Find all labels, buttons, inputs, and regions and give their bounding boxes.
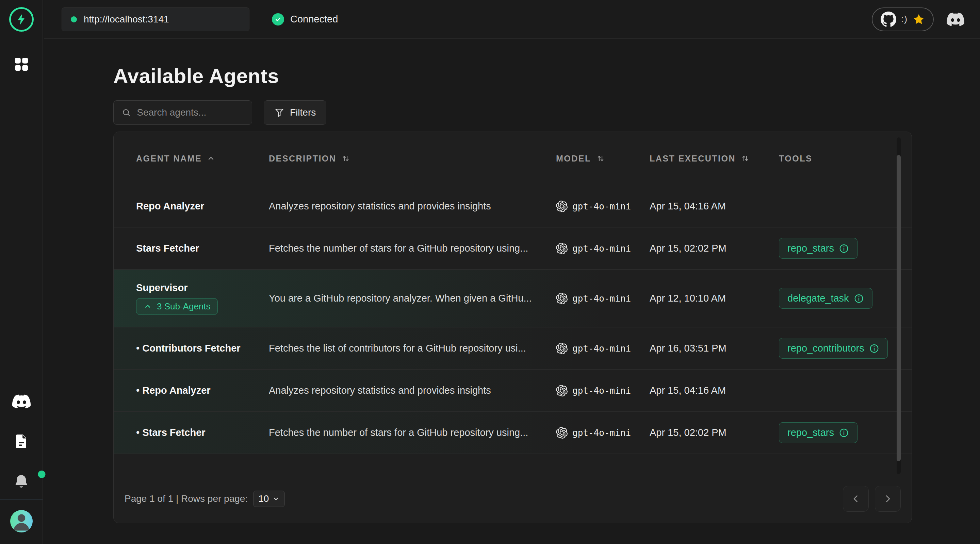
sidebar-item-notifications[interactable] xyxy=(0,473,43,490)
chevron-down-icon xyxy=(272,495,280,503)
agent-name: Contributors Fetcher xyxy=(136,343,269,354)
chevron-right-icon xyxy=(882,493,894,504)
sort-updown-icon xyxy=(740,154,750,163)
table-scrollbar-thumb[interactable] xyxy=(897,155,901,461)
agent-model: gpt-4o-mini xyxy=(556,385,649,397)
tool-badge[interactable]: delegate_task xyxy=(779,288,872,309)
table-body-spacer xyxy=(114,454,912,474)
info-icon[interactable] xyxy=(869,343,879,354)
server-status-dot xyxy=(71,16,77,22)
star-icon xyxy=(913,13,925,25)
grid-icon xyxy=(12,55,30,73)
agent-model: gpt-4o-mini xyxy=(556,343,649,354)
sidebar xyxy=(0,0,43,544)
connection-status-label: Connected xyxy=(290,14,338,25)
funnel-icon xyxy=(274,108,285,117)
sidebar-item-dashboard[interactable] xyxy=(12,55,30,73)
tools-cell: delegate_task xyxy=(779,288,912,309)
column-header-model[interactable]: MODEL xyxy=(556,154,649,163)
agent-description: Analyzes repository statistics and provi… xyxy=(269,385,556,396)
filters-label: Filters xyxy=(290,107,316,118)
info-icon[interactable] xyxy=(839,243,849,254)
info-icon[interactable] xyxy=(839,428,849,438)
rows-per-page-select[interactable]: 10 xyxy=(253,491,285,507)
prev-page-button[interactable] xyxy=(843,486,869,512)
tool-badge[interactable]: repo_stars xyxy=(779,422,858,443)
openai-icon xyxy=(556,427,568,439)
github-icon xyxy=(881,11,896,27)
table-row[interactable]: Repo Analyzer Analyzes repository statis… xyxy=(114,185,912,227)
column-header-description[interactable]: DESCRIPTION xyxy=(269,154,556,163)
openai-icon xyxy=(556,385,568,397)
sub-agents-toggle[interactable]: 3 Sub-Agents xyxy=(136,298,218,315)
column-header-last-execution[interactable]: LAST EXECUTION xyxy=(649,154,779,163)
sidebar-divider xyxy=(0,499,43,500)
tools-cell: repo_stars xyxy=(779,422,912,443)
main-content: Available Agents Filters AGENT NAME DESC… xyxy=(44,40,980,544)
table-header: AGENT NAME DESCRIPTION MODEL LAST EXECUT… xyxy=(114,132,912,185)
tools-cell: repo_contributors xyxy=(779,338,912,359)
app-logo[interactable] xyxy=(9,7,34,32)
last-execution: Apr 15, 04:16 AM xyxy=(649,201,779,212)
server-url: http://localhost:3141 xyxy=(84,14,169,25)
connection-status: Connected xyxy=(272,13,338,25)
last-execution: Apr 15, 02:02 PM xyxy=(649,427,779,438)
table-row-subagent[interactable]: Contributors Fetcher Fetches the list of… xyxy=(114,327,912,369)
sub-agents-label: 3 Sub-Agents xyxy=(157,301,211,312)
document-icon xyxy=(13,433,30,449)
sort-updown-icon xyxy=(341,154,350,163)
search-box xyxy=(113,100,252,125)
topbar: http://localhost:3141 Connected :) xyxy=(44,0,980,39)
chevron-left-icon xyxy=(850,493,862,504)
check-icon xyxy=(272,13,284,25)
agent-model: gpt-4o-mini xyxy=(556,243,649,254)
last-execution: Apr 15, 04:16 AM xyxy=(649,385,779,396)
tools-cell: repo_stars xyxy=(779,238,912,259)
agent-model: gpt-4o-mini xyxy=(556,293,649,304)
agent-name: Supervisor xyxy=(136,282,188,293)
sort-asc-icon xyxy=(207,154,215,163)
sort-updown-icon xyxy=(596,154,605,163)
openai-icon xyxy=(556,201,568,212)
info-icon[interactable] xyxy=(854,293,864,304)
last-execution: Apr 15, 02:02 PM xyxy=(649,243,779,254)
avatar-image xyxy=(10,510,33,533)
last-execution: Apr 12, 10:10 AM xyxy=(649,293,779,304)
filters-button[interactable]: Filters xyxy=(264,100,326,125)
discord-icon xyxy=(12,394,30,409)
github-badge-text: :) xyxy=(901,14,908,24)
agent-description: You are a GitHub repository analyzer. Wh… xyxy=(269,293,556,304)
tool-badge[interactable]: repo_contributors xyxy=(779,338,888,359)
agent-description: Analyzes repository statistics and provi… xyxy=(269,201,556,212)
sidebar-item-discord[interactable] xyxy=(12,394,30,409)
discord-icon[interactable] xyxy=(947,13,964,26)
search-input[interactable] xyxy=(137,107,243,118)
sidebar-item-docs[interactable] xyxy=(13,433,30,449)
openai-icon xyxy=(556,293,568,304)
table-row-subagent[interactable]: Repo Analyzer Analyzes repository statis… xyxy=(114,369,912,411)
agents-table: AGENT NAME DESCRIPTION MODEL LAST EXECUT… xyxy=(113,132,912,523)
pagination-bar: Page 1 of 1 | Rows per page: 10 xyxy=(114,474,912,523)
last-execution: Apr 16, 03:51 PM xyxy=(649,343,779,354)
openai-icon xyxy=(556,343,568,354)
search-icon xyxy=(122,108,130,117)
tool-badge[interactable]: repo_stars xyxy=(779,238,858,259)
column-header-agent-name[interactable]: AGENT NAME xyxy=(136,154,269,163)
table-row[interactable]: Stars Fetcher Fetches the number of star… xyxy=(114,227,912,269)
server-url-input[interactable]: http://localhost:3141 xyxy=(62,8,250,31)
next-page-button[interactable] xyxy=(875,486,901,512)
table-row-supervisor[interactable]: Supervisor 3 Sub-Agents You are a GitHub… xyxy=(114,269,912,327)
user-avatar[interactable] xyxy=(10,510,33,533)
column-header-tools: TOOLS xyxy=(779,154,912,163)
app-window: http://localhost:3141 Connected :) Avail… xyxy=(0,0,980,544)
lightning-logo-icon xyxy=(9,7,34,32)
agent-name: Stars Fetcher xyxy=(136,243,269,254)
agent-model: gpt-4o-mini xyxy=(556,201,649,212)
agent-model: gpt-4o-mini xyxy=(556,427,649,439)
github-star-badge[interactable]: :) xyxy=(872,8,934,31)
openai-icon xyxy=(556,243,568,254)
table-row-subagent[interactable]: Stars Fetcher Fetches the number of star… xyxy=(114,411,912,454)
agent-description: Fetches the list of contributors for a G… xyxy=(269,343,556,354)
pagination-summary: Page 1 of 1 | Rows per page: 10 xyxy=(124,491,285,507)
agent-description: Fetches the number of stars for a GitHub… xyxy=(269,243,556,254)
